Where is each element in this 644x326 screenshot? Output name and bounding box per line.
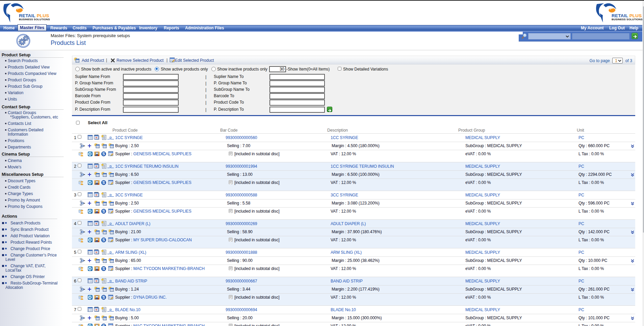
svg-text:S: S (102, 324, 105, 326)
svg-text:S: S (102, 295, 105, 299)
svg-text:S: S (102, 181, 105, 185)
svg-text:S: S (102, 238, 105, 242)
svg-text:S: S (102, 209, 105, 213)
svg-text:S: S (102, 267, 105, 271)
svg-text:S: S (102, 152, 105, 156)
